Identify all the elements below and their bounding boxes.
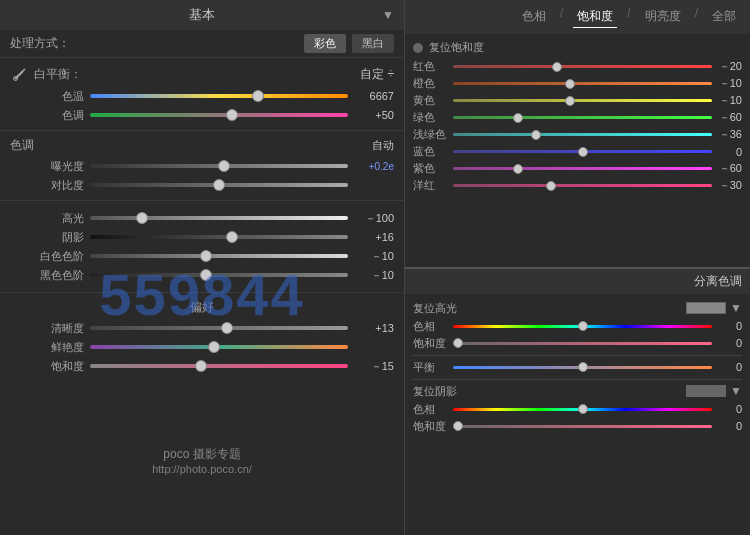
st-sh-sat-value: 0 (712, 420, 742, 432)
st-hl-sat-thumb[interactable] (453, 338, 463, 348)
shadows-label: 阴影 (34, 230, 84, 245)
hsl-orange-thumb[interactable] (565, 79, 575, 89)
st-hl-sat-slider[interactable] (453, 336, 712, 350)
tint-label: 色调 (34, 108, 84, 123)
white-balance-row: 白平衡： 自定 ÷ (10, 64, 394, 84)
st-sh-hue-slider[interactable] (453, 402, 712, 416)
tab-luminance[interactable]: 明亮度 (641, 6, 685, 28)
shadows-row: 阴影 +16 (10, 229, 394, 245)
exposure-row: 曝光度 +0.2e (10, 158, 394, 174)
blacks-slider[interactable] (90, 267, 348, 283)
clarity-slider[interactable] (90, 320, 348, 336)
hsl-green-thumb[interactable] (513, 113, 523, 123)
st-shadows-arrow[interactable]: ▼ (730, 384, 742, 398)
hsl-purple-thumb[interactable] (513, 164, 523, 174)
st-hl-sat-row: 饱和度 0 (413, 336, 742, 351)
shadows-thumb[interactable] (226, 231, 238, 243)
reset-dot[interactable] (413, 43, 423, 53)
saturation-pref-thumb[interactable] (195, 360, 207, 372)
vibrance-slider[interactable] (90, 339, 348, 355)
hsl-magenta-slider[interactable] (453, 179, 712, 193)
clarity-thumb[interactable] (221, 322, 233, 334)
hsl-red-thumb[interactable] (552, 62, 562, 72)
hsl-red-value: －20 (712, 59, 742, 74)
color-mode-button[interactable]: 彩色 (304, 34, 346, 53)
temperature-slider[interactable] (90, 88, 348, 104)
saturation-pref-slider[interactable] (90, 358, 348, 374)
st-sh-sat-thumb[interactable] (453, 421, 463, 431)
balance-slider[interactable] (453, 360, 712, 374)
whites-thumb[interactable] (200, 250, 212, 262)
eyedropper-icon[interactable] (10, 64, 30, 84)
saturation-pref-label: 饱和度 (34, 359, 84, 374)
shadows-slider[interactable] (90, 229, 348, 245)
split-tone-content: 复位高光 ▼ 色相 0 饱和度 (405, 294, 750, 440)
st-sh-hue-label: 色相 (413, 402, 453, 417)
hsl-orange-slider[interactable] (453, 77, 712, 91)
st-sh-sat-slider[interactable] (453, 419, 712, 433)
tint-thumb[interactable] (226, 109, 238, 121)
contrast-row: 对比度 (10, 177, 394, 193)
processing-row: 处理方式： 彩色 黑白 (0, 30, 404, 58)
panel-collapse-icon[interactable]: ▼ (382, 8, 394, 22)
white-balance-value[interactable]: 自定 ÷ (360, 66, 394, 83)
white-balance-section: 白平衡： 自定 ÷ 色温 6667 色调 (0, 58, 404, 131)
st-sh-hue-row: 色相 0 (413, 402, 742, 417)
hsl-blue-thumb[interactable] (578, 147, 588, 157)
exposure-slider[interactable] (90, 158, 348, 174)
hsl-red-slider[interactable] (453, 60, 712, 74)
st-hl-hue-thumb[interactable] (578, 321, 588, 331)
st-highlights-arrow[interactable]: ▼ (730, 301, 742, 315)
hsl-blue-row: 蓝色 0 (413, 144, 742, 159)
whites-slider[interactable] (90, 248, 348, 264)
st-highlights-color[interactable] (686, 302, 726, 314)
blacks-thumb[interactable] (200, 269, 212, 281)
highlights-thumb[interactable] (136, 212, 148, 224)
balance-label: 平衡 (413, 360, 453, 375)
contrast-slider[interactable] (90, 177, 348, 193)
tab-hue[interactable]: 色相 (518, 6, 550, 28)
hsl-yellow-label: 黄色 (413, 93, 453, 108)
tab-all[interactable]: 全部 (708, 6, 740, 28)
tint-slider[interactable] (90, 107, 348, 123)
st-sh-hue-thumb[interactable] (578, 404, 588, 414)
hsl-blue-slider[interactable] (453, 145, 712, 159)
exposure-thumb[interactable] (218, 160, 230, 172)
saturation-pref-value: －15 (354, 359, 394, 374)
hsl-content: 复位饱和度 红色 －20 橙色 －10 (405, 34, 750, 199)
panel-header-title: 基本 (189, 6, 215, 24)
hsl-green-slider[interactable] (453, 111, 712, 125)
st-sh-sat-row: 饱和度 0 (413, 419, 742, 434)
whites-row: 白色色阶 －10 (10, 248, 394, 264)
st-highlights-reset-label: 复位高光 (413, 301, 686, 316)
hsl-orange-value: －10 (712, 76, 742, 91)
tab-saturation[interactable]: 饱和度 (573, 6, 617, 28)
hsl-reset-label: 复位饱和度 (429, 40, 484, 55)
contrast-thumb[interactable] (213, 179, 225, 191)
tone-auto-button[interactable]: 自动 (372, 138, 394, 153)
hsl-yellow-value: －10 (712, 93, 742, 108)
temperature-thumb[interactable] (252, 90, 264, 102)
st-hl-hue-slider[interactable] (453, 319, 712, 333)
highlights-slider[interactable] (90, 210, 348, 226)
hsl-purple-slider[interactable] (453, 162, 712, 176)
temperature-value: 6667 (354, 90, 394, 102)
processing-label: 处理方式： (10, 35, 70, 52)
hsl-aqua-slider[interactable] (453, 128, 712, 142)
bw-mode-button[interactable]: 黑白 (352, 34, 394, 53)
vibrance-thumb[interactable] (208, 341, 220, 353)
st-shadows-color[interactable] (686, 385, 726, 397)
hsl-magenta-thumb[interactable] (546, 181, 556, 191)
contrast-label: 对比度 (34, 178, 84, 193)
exposure-label: 曝光度 (34, 159, 84, 174)
hsl-aqua-thumb[interactable] (531, 130, 541, 140)
hsl-blue-label: 蓝色 (413, 144, 453, 159)
balance-thumb[interactable] (578, 362, 588, 372)
tone-header-label: 色调 (10, 137, 34, 154)
hsl-yellow-slider[interactable] (453, 94, 712, 108)
hsl-yellow-thumb[interactable] (565, 96, 575, 106)
svg-line-1 (23, 69, 25, 71)
hsl-orange-row: 橙色 －10 (413, 76, 742, 91)
vibrance-row: 鲜艳度 (10, 339, 394, 355)
hsl-magenta-row: 洋红 －30 (413, 178, 742, 193)
